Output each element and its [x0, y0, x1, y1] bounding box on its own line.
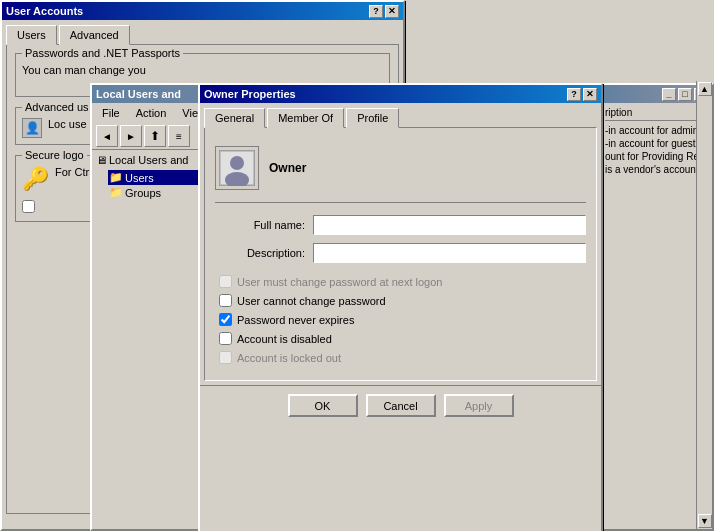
owner-properties-window: Owner Properties ? ✕ General Member Of P… [198, 83, 603, 531]
right-desc-header: ription [605, 107, 708, 121]
never-expires-row: Password never expires [215, 313, 586, 326]
checkboxes-section: User must change password at next logon … [215, 275, 586, 364]
secure-logon-checkbox[interactable] [22, 200, 35, 213]
description-input[interactable] [313, 243, 586, 263]
tab-profile[interactable]: Profile [346, 108, 399, 128]
right-side-window: _ □ ✕ ription -in account for adminis -i… [599, 83, 714, 531]
tree-groups-label: Groups [125, 187, 161, 199]
tree-panel: 🖥 Local Users and 📁 Users 📁 Groups [92, 150, 212, 510]
dialog-buttons: OK Cancel Apply [200, 385, 601, 425]
account-locked-row: Account is locked out [215, 351, 586, 364]
user-avatar-icon [219, 150, 255, 186]
advanced-section-title: Advanced us [22, 101, 92, 113]
ok-button[interactable]: OK [288, 394, 358, 417]
description-row: Description: [215, 243, 586, 263]
owner-name-label: Owner [269, 161, 306, 175]
tree-users-label: Users [125, 172, 154, 184]
cancel-button[interactable]: Cancel [366, 394, 436, 417]
back-button[interactable]: ◄ [96, 125, 118, 147]
svg-point-2 [230, 156, 244, 170]
tab-general[interactable]: General [204, 108, 265, 128]
owner-props-title-bar: Owner Properties ? ✕ [200, 85, 601, 103]
folder-groups-icon: 📁 [109, 186, 123, 199]
cannot-change-row: User cannot change password [215, 294, 586, 307]
folder-users-icon: 📁 [109, 171, 123, 184]
tree-item-groups[interactable]: 📁 Groups [108, 185, 207, 200]
tab-member-of[interactable]: Member Of [267, 108, 344, 128]
menu-action[interactable]: Action [130, 105, 173, 121]
vertical-scrollbar[interactable]: ▲ ▼ [696, 81, 712, 529]
user-accounts-tabs: Users Advanced [2, 20, 403, 44]
forward-button[interactable]: ► [120, 125, 142, 147]
must-change-row: User must change password at next logon [215, 275, 586, 288]
tab-users[interactable]: Users [6, 25, 57, 45]
account-disabled-row: Account is disabled [215, 332, 586, 345]
account-disabled-label: Account is disabled [237, 333, 332, 345]
view-button[interactable]: ≡ [168, 125, 190, 147]
advanced-desc: Loc use [48, 118, 87, 130]
right-desc-row-3: is a vendor's account [605, 164, 708, 175]
close-button[interactable]: ✕ [385, 5, 399, 18]
title-bar-buttons: ? ✕ [369, 5, 399, 18]
cannot-change-password-label: User cannot change password [237, 295, 386, 307]
owner-props-title-buttons: ? ✕ [567, 88, 597, 101]
password-never-expires-label: Password never expires [237, 314, 354, 326]
right-desc-row-0: -in account for adminis [605, 125, 708, 136]
owner-help-btn[interactable]: ? [567, 88, 581, 101]
cannot-change-password-checkbox[interactable] [219, 294, 232, 307]
tab-advanced[interactable]: Advanced [59, 25, 130, 45]
owner-avatar [215, 146, 259, 190]
description-label: Description: [215, 247, 305, 259]
tree-item-users[interactable]: 📁 Users [108, 170, 207, 185]
owner-close-btn[interactable]: ✕ [583, 88, 597, 101]
right-desc-row-1: -in account for guest ( [605, 138, 708, 149]
user-accounts-title-bar: User Accounts ? ✕ [2, 2, 403, 20]
scroll-up-btn[interactable]: ▲ [698, 82, 712, 96]
owner-props-content: Owner Full name: Description: User must … [204, 127, 597, 381]
fullname-label: Full name: [215, 219, 305, 231]
account-locked-checkbox[interactable] [219, 351, 232, 364]
fullname-row: Full name: [215, 215, 586, 235]
password-never-expires-checkbox[interactable] [219, 313, 232, 326]
menu-file[interactable]: File [96, 105, 126, 121]
passwords-section-title: Passwords and .NET Passports [22, 47, 183, 59]
right-desc-row-2: ount for Providing Rem [605, 151, 708, 162]
minimize-button[interactable]: ? [369, 5, 383, 18]
secure-logon-title: Secure logo [22, 149, 87, 161]
owner-header: Owner [215, 138, 586, 203]
scroll-down-btn[interactable]: ▼ [698, 514, 712, 528]
key-icon: 🔑 [22, 166, 49, 192]
must-change-password-label: User must change password at next logon [237, 276, 442, 288]
must-change-password-checkbox[interactable] [219, 275, 232, 288]
right-maximize-btn[interactable]: □ [678, 88, 692, 101]
computer-icon: 🖥 [96, 154, 107, 166]
tree-root: 🖥 Local Users and [96, 154, 207, 166]
user-accounts-title: User Accounts [6, 5, 83, 17]
right-minimize-btn[interactable]: _ [662, 88, 676, 101]
user-icon: 👤 [22, 118, 42, 138]
fullname-input[interactable] [313, 215, 586, 235]
account-locked-label: Account is locked out [237, 352, 341, 364]
local-users-title: Local Users and [96, 88, 181, 100]
owner-props-tabs: General Member Of Profile [200, 103, 601, 127]
right-desc-col-header: ription [605, 107, 632, 118]
up-button[interactable]: ⬆ [144, 125, 166, 147]
tree-root-label[interactable]: Local Users and [109, 154, 189, 166]
apply-button[interactable]: Apply [444, 394, 514, 417]
owner-props-title: Owner Properties [204, 88, 296, 100]
account-disabled-checkbox[interactable] [219, 332, 232, 345]
tree-children: 📁 Users 📁 Groups [96, 170, 207, 200]
